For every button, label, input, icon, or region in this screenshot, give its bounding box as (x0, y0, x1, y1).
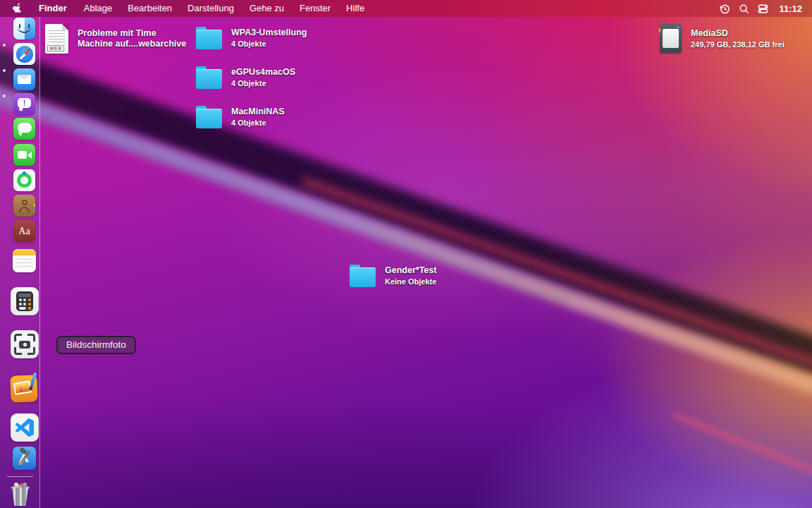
desktop-item-egpus[interactable]: eGPUs4macOS 4 Objekte (196, 66, 295, 89)
apple-menu[interactable] (6, 3, 30, 14)
folder-icon (196, 66, 222, 89)
folder-icon (196, 26, 222, 49)
mail-icon (13, 68, 35, 90)
time-machine-icon[interactable] (719, 3, 731, 15)
facetime-icon (13, 144, 35, 166)
find-my-icon (13, 169, 35, 191)
desktop-item-macmininas[interactable]: MacMiniNAS 4 Objekte (196, 105, 285, 128)
menu-gehe-zu[interactable]: Gehe zu (242, 0, 292, 17)
webarchive-label: Probleme mit Time Machine auf....webarch… (78, 28, 186, 49)
folder-label: eGPUs4macOS 4 Objekte (231, 67, 295, 88)
menu-bar-status-area: 11:12 (719, 3, 812, 15)
safari-icon (13, 43, 35, 65)
feedback-assistant-icon: ! (13, 93, 35, 115)
desktop-item-webarchive[interactable]: WEB Probleme mit Time Machine auf....web… (45, 24, 186, 54)
dock-vscode[interactable] (11, 413, 39, 442)
notes-icon (13, 249, 36, 272)
dock-contacts[interactable] (13, 195, 35, 217)
spotlight-search-icon[interactable] (738, 3, 750, 15)
sd-card-icon (660, 24, 682, 53)
folder-icon (350, 264, 376, 287)
menu-bar-clock[interactable]: 11:12 (779, 4, 802, 14)
menu-bearbeiten[interactable]: Bearbeiten (120, 0, 180, 17)
dock-calculator[interactable] (11, 287, 39, 315)
dock-facetime[interactable] (13, 144, 35, 166)
desktop-item-mediasd[interactable]: MediaSD 249,79 GB, 238,12 GB frei (660, 24, 785, 53)
menu-bar: Finder Ablage Bearbeiten Darstellung Geh… (0, 0, 812, 17)
folder-label: WPA3-Umstellung 4 Objekte (231, 28, 307, 49)
pixelmator-icon (10, 375, 37, 402)
running-indicator-mail (3, 95, 6, 97)
dock-pixelmator[interactable] (11, 375, 37, 402)
folder-icon (196, 105, 222, 128)
xcode-icon (13, 447, 36, 470)
running-indicator-safari (3, 69, 6, 72)
contacts-icon (13, 195, 35, 217)
calculator-icon (11, 287, 39, 315)
dock-finder[interactable] (13, 18, 35, 40)
dock-bildschirmfoto[interactable] (11, 330, 39, 358)
dock-tooltip: Bildschirmfoto (56, 336, 136, 354)
volume-label: MediaSD 249,79 GB, 238,12 GB frei (691, 28, 785, 49)
desktop-item-wpa3[interactable]: WPA3-Umstellung 4 Objekte (196, 26, 307, 49)
messages-icon (13, 118, 35, 140)
dock-xcode[interactable] (13, 447, 36, 470)
menu-fenster[interactable]: Fenster (292, 0, 338, 17)
dock: ! Aa (0, 17, 40, 508)
menu-hilfe[interactable]: Hilfe (338, 0, 372, 17)
desktop-wallpaper (0, 0, 812, 508)
dock-messages[interactable] (13, 118, 35, 140)
menu-ablage[interactable]: Ablage (76, 0, 120, 17)
dock-findmy[interactable] (13, 169, 35, 191)
dock-safari[interactable] (13, 43, 35, 65)
folder-label: Gender*Test Keine Objekte (385, 265, 436, 286)
running-indicator-finder (3, 44, 6, 47)
apple-icon (13, 3, 23, 14)
menu-finder[interactable]: Finder (30, 0, 76, 17)
dock-dictionary[interactable]: Aa (13, 220, 35, 242)
vscode-icon (11, 413, 39, 442)
dock-separator (7, 476, 33, 477)
dictionary-icon: Aa (13, 220, 35, 242)
finder-icon (13, 18, 35, 40)
folder-label: MacMiniNAS 4 Objekte (231, 107, 285, 128)
dock-mail[interactable] (13, 68, 35, 90)
webarchive-file-icon: WEB (45, 24, 68, 54)
dock-trash[interactable] (11, 483, 30, 506)
trash-icon (11, 483, 30, 506)
web-badge: WEB (47, 45, 64, 52)
dock-feedback-assistant[interactable]: ! (13, 93, 35, 115)
screenshot-icon (11, 330, 39, 358)
control-center-icon[interactable] (757, 3, 769, 15)
menu-darstellung[interactable]: Darstellung (180, 0, 242, 17)
dock-notes[interactable] (13, 249, 36, 272)
desktop-item-gendertest[interactable]: Gender*Test Keine Objekte (350, 264, 436, 287)
